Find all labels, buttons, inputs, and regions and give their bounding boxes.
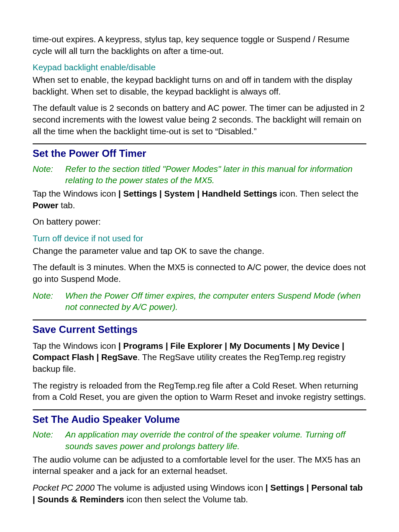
subheading-turn-off-device: Turn off device if not used for <box>33 233 366 244</box>
note-body: An application may override the control … <box>65 429 366 452</box>
note-label: Note: <box>33 163 65 186</box>
note-body: Refer to the section titled "Power Modes… <box>65 163 366 186</box>
heading-power-off-timer: Set the Power Off Timer <box>33 147 366 160</box>
heading-save-current-settings: Save Current Settings <box>33 323 366 336</box>
text: icon then select the Volume tab. <box>124 494 248 504</box>
power-default: The default is 3 minutes. When the MX5 i… <box>33 261 366 284</box>
divider <box>33 320 366 320</box>
pocket-pc-2000-italic: Pocket PC 2000 <box>33 483 95 492</box>
power-tab-bold: Power <box>33 200 59 210</box>
note-power-off-suspend: Note: When the Power Off timer expires, … <box>33 290 366 313</box>
audio-p2: Pocket PC 2000 The volume is adjusted us… <box>33 482 366 505</box>
heading-audio-speaker-volume: Set The Audio Speaker Volume <box>33 413 366 426</box>
note-power-modes: Note: Refer to the section titled "Power… <box>33 163 366 186</box>
intro-p2: When set to enable, the keypad backlight… <box>33 74 366 97</box>
text: icon. Then select the <box>277 189 359 198</box>
note-label: Note: <box>33 429 65 452</box>
subheading-keypad-backlight: Keypad backlight enable/disable <box>33 61 366 73</box>
note-audio-override: Note: An application may override the co… <box>33 429 366 452</box>
divider <box>33 409 366 410</box>
text: The volume is adjusted using Windows ico… <box>95 483 266 492</box>
intro-p3: The default value is 2 seconds on batter… <box>33 102 366 137</box>
text: Tap the Windows icon <box>33 189 118 198</box>
save-tap-path: Tap the Windows icon | Programs | File E… <box>33 340 366 375</box>
save-registry-reload: The registry is reloaded from the RegTem… <box>33 380 366 403</box>
document-page: time-out expires. A keypress, stylus tap… <box>0 0 399 532</box>
note-body: When the Power Off timer expires, the co… <box>65 290 366 313</box>
note-label: Note: <box>33 290 65 313</box>
audio-p1: The audio volume can be adjusted to a co… <box>33 454 366 477</box>
on-battery-power: On battery power: <box>33 216 366 228</box>
power-change-param: Change the parameter value and tap OK to… <box>33 245 366 257</box>
text: tab. <box>59 200 75 210</box>
divider <box>33 143 366 144</box>
power-tap-path: Tap the Windows icon | Settings | System… <box>33 188 366 211</box>
menu-path-bold: | Settings | System | Handheld Settings <box>118 189 277 198</box>
intro-p1: time-out expires. A keypress, stylus tap… <box>33 33 366 56</box>
text: Tap the Windows icon <box>33 341 118 350</box>
